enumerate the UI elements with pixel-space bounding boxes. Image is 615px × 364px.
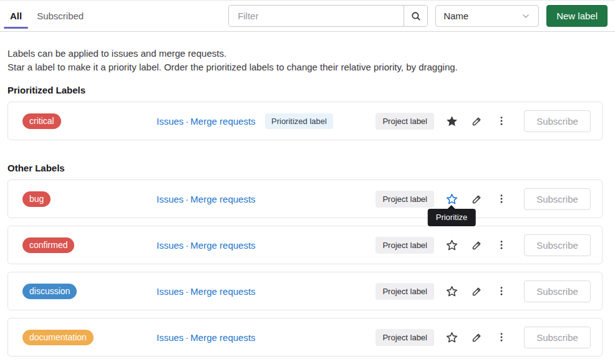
label-pill[interactable]: bug xyxy=(22,191,51,207)
subscribe-button[interactable]: Subscribe xyxy=(524,234,591,256)
links-separator: · xyxy=(183,194,190,204)
subscribe-button[interactable]: Subscribe xyxy=(524,188,591,210)
subscribe-button[interactable]: Subscribe xyxy=(524,327,591,348)
tab-subscribed[interactable]: Subscribed xyxy=(29,1,91,31)
prioritized-label-badge: Prioritized label xyxy=(265,113,333,129)
issues-link[interactable]: Issues xyxy=(157,332,183,343)
label-pill[interactable]: confirmed xyxy=(22,237,74,253)
label-row-critical: critical Issues·Merge requests Prioritiz… xyxy=(7,102,603,140)
issues-link[interactable]: Issues xyxy=(157,240,183,251)
label-actions-menu-button[interactable] xyxy=(489,232,514,257)
kebab-menu-icon xyxy=(496,332,507,343)
label-pill[interactable]: critical xyxy=(22,113,61,129)
merge-requests-link[interactable]: Merge requests xyxy=(190,332,255,343)
pencil-icon xyxy=(471,239,483,251)
label-actions-menu-button[interactable] xyxy=(489,186,514,211)
prioritize-tooltip: Prioritize xyxy=(428,209,476,226)
sort-dropdown[interactable]: Name xyxy=(435,5,539,27)
prioritize-star-button[interactable] xyxy=(439,232,464,257)
pencil-icon xyxy=(471,193,483,205)
links-separator: · xyxy=(183,332,190,343)
label-actions-menu-button[interactable] xyxy=(489,108,514,133)
links-separator: · xyxy=(183,116,190,127)
unprioritize-star-button[interactable] xyxy=(439,108,464,133)
merge-requests-link[interactable]: Merge requests xyxy=(190,286,255,297)
project-label-badge: Project label xyxy=(375,283,434,300)
issues-link[interactable]: Issues xyxy=(157,116,183,127)
pencil-icon xyxy=(471,332,483,343)
description-line-1: Labels can be applied to issues and merg… xyxy=(7,47,603,60)
star-outline-icon xyxy=(445,239,458,252)
issues-link[interactable]: Issues xyxy=(157,194,183,204)
project-label-badge: Project label xyxy=(375,191,434,208)
subscribe-button[interactable]: Subscribe xyxy=(524,280,591,302)
prioritize-star-button[interactable] xyxy=(439,325,464,350)
prioritize-star-button[interactable] xyxy=(439,279,464,304)
tab-all[interactable]: All xyxy=(2,1,29,31)
star-filled-icon xyxy=(445,115,458,128)
subscribe-button[interactable]: Subscribe xyxy=(524,110,591,132)
label-actions-menu-button[interactable] xyxy=(489,279,514,304)
star-outline-icon xyxy=(445,331,458,344)
label-row-documentation: documentation Issues·Merge requests Proj… xyxy=(7,318,603,357)
kebab-menu-icon xyxy=(496,193,507,204)
label-pill[interactable]: documentation xyxy=(22,330,94,345)
pencil-icon xyxy=(471,285,483,297)
other-labels-title: Other Labels xyxy=(7,163,603,173)
star-outline-icon xyxy=(445,285,458,298)
label-actions-menu-button[interactable] xyxy=(489,325,514,350)
kebab-menu-icon xyxy=(496,285,507,297)
label-row-confirmed: confirmed Issues·Merge requests Project … xyxy=(7,226,603,264)
links-separator: · xyxy=(183,240,190,251)
sort-dropdown-value: Name xyxy=(443,11,468,21)
labels-toolbar: All Subscribed Name New label xyxy=(0,0,615,32)
new-label-button[interactable]: New label xyxy=(546,5,608,27)
kebab-menu-icon xyxy=(496,239,507,251)
search-button[interactable] xyxy=(404,6,427,26)
edit-label-button[interactable] xyxy=(464,108,489,133)
filter-group xyxy=(228,5,428,27)
pencil-icon xyxy=(471,115,483,127)
edit-label-button[interactable] xyxy=(464,186,489,211)
filter-input[interactable] xyxy=(229,6,404,26)
merge-requests-link[interactable]: Merge requests xyxy=(190,240,255,251)
chevron-down-icon xyxy=(521,11,531,21)
kebab-menu-icon xyxy=(496,115,507,127)
labels-page: Labels can be applied to issues and merg… xyxy=(0,32,615,364)
label-pill[interactable]: discussion xyxy=(22,284,77,299)
search-icon xyxy=(410,11,422,22)
label-row-discussion: discussion Issues·Merge requests Project… xyxy=(7,272,603,310)
merge-requests-link[interactable]: Merge requests xyxy=(190,116,255,127)
prioritized-labels-title: Prioritized Labels xyxy=(7,85,603,95)
project-label-badge: Project label xyxy=(375,237,434,254)
edit-label-button[interactable] xyxy=(464,325,489,350)
prioritize-star-button[interactable]: Prioritize xyxy=(439,186,464,211)
edit-label-button[interactable] xyxy=(464,279,489,304)
project-label-badge: Project label xyxy=(375,113,434,130)
merge-requests-link[interactable]: Merge requests xyxy=(190,194,255,204)
page-description: Labels can be applied to issues and merg… xyxy=(7,47,603,74)
issues-link[interactable]: Issues xyxy=(157,286,183,297)
label-row-bug: bug Issues·Merge requests Project label … xyxy=(7,180,603,218)
links-separator: · xyxy=(183,286,190,297)
project-label-badge: Project label xyxy=(375,329,434,346)
edit-label-button[interactable] xyxy=(464,232,489,257)
star-outline-icon xyxy=(445,193,458,206)
description-line-2: Star a label to make it a priority label… xyxy=(7,60,603,74)
labels-tabs: All Subscribed xyxy=(2,1,91,31)
